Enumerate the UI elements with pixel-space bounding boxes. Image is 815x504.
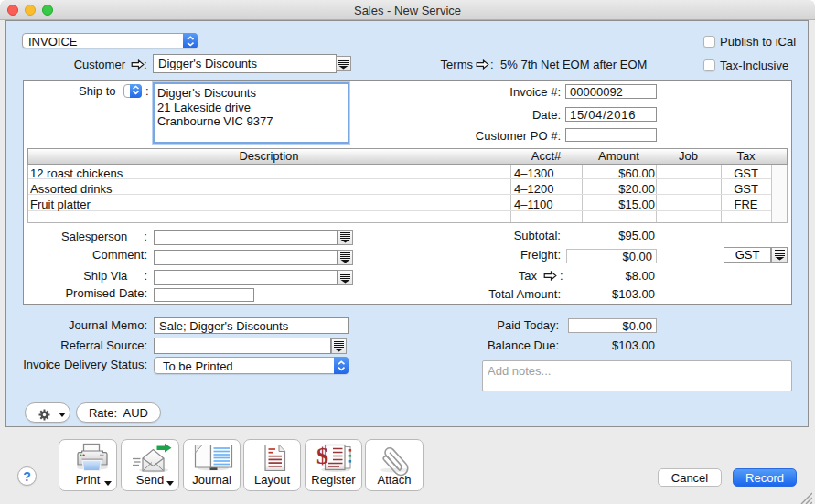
svg-text:$: $ <box>316 443 328 469</box>
